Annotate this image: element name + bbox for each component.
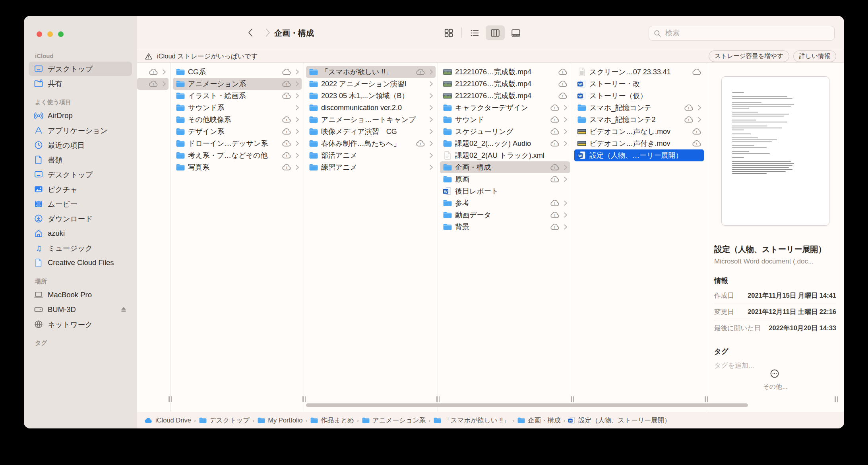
sidebar-item[interactable]: Creative Cloud Files <box>29 256 132 270</box>
column-resize-handle[interactable] <box>302 396 307 402</box>
file-row[interactable]: キャラクターデザイン! <box>440 102 570 114</box>
banner-button[interactable]: ストレージ容量を増やす <box>709 50 789 62</box>
preview-more-button[interactable]: その他... <box>706 368 844 391</box>
sidebar-item[interactable]: azuki <box>29 226 132 240</box>
file-row[interactable]: ビデオコン…声なし.mov! <box>574 126 704 138</box>
breadcrumb-item[interactable]: iCloud Drive <box>143 417 191 424</box>
file-row[interactable]: スマホ_記憶コンテ2! <box>574 114 704 126</box>
sidebar-item[interactable]: 最近の項目 <box>29 138 132 152</box>
breadcrumb-item[interactable]: アニメーション系 <box>362 416 426 425</box>
file-row[interactable]: アニメーション系! <box>173 78 302 90</box>
file-name: 写真系 <box>188 163 279 172</box>
minimize-button[interactable] <box>47 31 53 37</box>
breadcrumb-item[interactable]: W設定（人物、ストーリー展開） <box>568 416 670 425</box>
file-row[interactable]: スケジューリング! <box>440 126 570 138</box>
file-row[interactable]: スマホ_記憶コンテ! <box>574 102 704 114</box>
file-row[interactable]: 映像メディア演習 CG <box>306 126 436 138</box>
folder-icon <box>176 103 185 112</box>
file-row[interactable]: ドローイン…デッサン系! <box>173 138 302 149</box>
file-row[interactable]: 「スマホが欲しい !!」! <box>306 66 436 78</box>
column-resize-handle[interactable] <box>571 396 575 402</box>
list-view-button[interactable] <box>465 25 484 40</box>
banner-button[interactable]: 詳しい情報 <box>793 50 836 62</box>
column-resize-handle[interactable] <box>169 396 173 402</box>
file-row[interactable]: Wストーリー・改 <box>574 78 704 90</box>
close-button[interactable] <box>37 31 42 37</box>
warning-icon <box>144 52 153 61</box>
list-icon <box>469 28 480 38</box>
file-row[interactable]: その他映像系! <box>173 114 302 126</box>
file-row[interactable]: W後日レポート <box>440 185 570 197</box>
back-button[interactable] <box>244 25 258 40</box>
file-row[interactable]: 21221076…完成版.mp4! <box>440 90 570 102</box>
file-row[interactable]: ! <box>137 78 169 90</box>
sidebar-item[interactable]: 書類 <box>29 153 132 167</box>
file-row[interactable]: 課題02_2(AU トラック).xml <box>440 149 570 161</box>
thumbnail-text-block <box>732 138 819 142</box>
file-row[interactable]: discommunication ver.2.0 <box>306 102 436 114</box>
file-row[interactable]: 春休み制作…鳥たちへ」! <box>306 138 436 149</box>
sidebar-item[interactable]: デスクトップ <box>29 62 132 76</box>
sidebar-item[interactable]: ♫ミュージック <box>29 241 132 255</box>
document-thumbnail[interactable] <box>721 76 829 226</box>
column-resize-handle[interactable] <box>835 396 839 402</box>
zoom-button[interactable] <box>58 31 64 37</box>
breadcrumb-item[interactable]: 企画・構成 <box>517 416 561 425</box>
thumbnail-text-block <box>732 161 819 174</box>
forward-button[interactable] <box>260 25 275 40</box>
sidebar-item[interactable]: ピクチャ <box>29 182 132 196</box>
file-row[interactable]: 動画データ! <box>440 209 570 221</box>
sidebar-item[interactable]: ダウンロード <box>29 211 132 226</box>
file-row[interactable]: W設定（人物、…ーリー展開） <box>574 149 704 161</box>
file-row[interactable]: 21221076…完成版.mp4! <box>440 66 570 78</box>
search-field[interactable] <box>649 26 835 41</box>
eject-icon[interactable] <box>119 305 128 314</box>
file-row[interactable]: サウンド! <box>440 114 570 126</box>
sidebar-item[interactable]: デスクトップ <box>29 167 132 182</box>
file-row[interactable]: 背景! <box>440 221 570 233</box>
file-row[interactable]: Wストーリー（仮） <box>574 90 704 102</box>
column-resize-handle[interactable] <box>705 396 709 402</box>
file-row[interactable]: アニメーショ…ートキャンプ <box>306 114 436 126</box>
handle-bar <box>302 396 304 402</box>
file-row[interactable]: サウンド系 <box>173 102 302 114</box>
breadcrumb-item[interactable]: My Portfolio <box>257 417 302 424</box>
svg-text:W: W <box>569 418 572 422</box>
sidebar-item[interactable]: BUM-3D <box>29 302 132 317</box>
column-resize-handle[interactable] <box>436 396 441 402</box>
file-row[interactable]: 練習アニメ <box>306 161 436 173</box>
file-row[interactable]: ビデオコン…声付き.mov! <box>574 138 704 149</box>
file-row[interactable]: 考え系・プ…などその他! <box>173 149 302 161</box>
sidebar-item[interactable]: MacBook Pro <box>29 288 132 302</box>
file-row[interactable]: 参考! <box>440 197 570 209</box>
file-row[interactable]: 部活アニメ <box>306 149 436 161</box>
sidebar-item[interactable]: アプリケーション <box>29 123 132 138</box>
gallery-view-button[interactable] <box>506 25 525 40</box>
file-row[interactable]: イラスト・絵画系! <box>173 90 302 102</box>
file-row[interactable]: 課題02_2(...ック) Audio! <box>440 138 570 149</box>
breadcrumb-item[interactable]: 「スマホが欲しい !!」 <box>433 416 510 425</box>
column-view-button[interactable] <box>486 25 505 40</box>
sidebar-item[interactable]: AirDrop <box>29 108 132 123</box>
icon-view-button[interactable] <box>439 25 458 40</box>
file-name: 参考 <box>455 198 547 208</box>
breadcrumb-item[interactable]: 作品まとめ <box>310 416 354 425</box>
file-row[interactable]: 2022 アニメーション演習I <box>306 78 436 90</box>
file-row[interactable]: 企画・構成! <box>440 161 570 173</box>
file-row[interactable]: 21221076…完成版.mp4! <box>440 78 570 90</box>
music-icon: ♫ <box>34 243 43 253</box>
file-row[interactable]: デザイン系! <box>173 126 302 138</box>
file-row[interactable]: 2023 05 木1,...ン領域（B） <box>306 90 436 102</box>
sidebar-item[interactable]: ネットワーク <box>29 317 132 331</box>
search-input[interactable] <box>665 29 830 38</box>
sidebar-item[interactable]: ムービー <box>29 197 132 211</box>
file-row[interactable]: スクリーン…07 23.33.41 <box>574 66 704 78</box>
horizontal-scrollbar[interactable] <box>306 403 748 407</box>
file-row[interactable]: 原画! <box>440 173 570 185</box>
file-row[interactable]: ! <box>137 66 169 78</box>
thumbnail-text-line <box>732 114 789 114</box>
breadcrumb-item[interactable]: デスクトップ <box>199 416 250 425</box>
sidebar-item[interactable]: 共有 <box>29 76 132 91</box>
file-row[interactable]: CG系 <box>173 66 302 78</box>
file-row[interactable]: 写真系! <box>173 161 302 173</box>
